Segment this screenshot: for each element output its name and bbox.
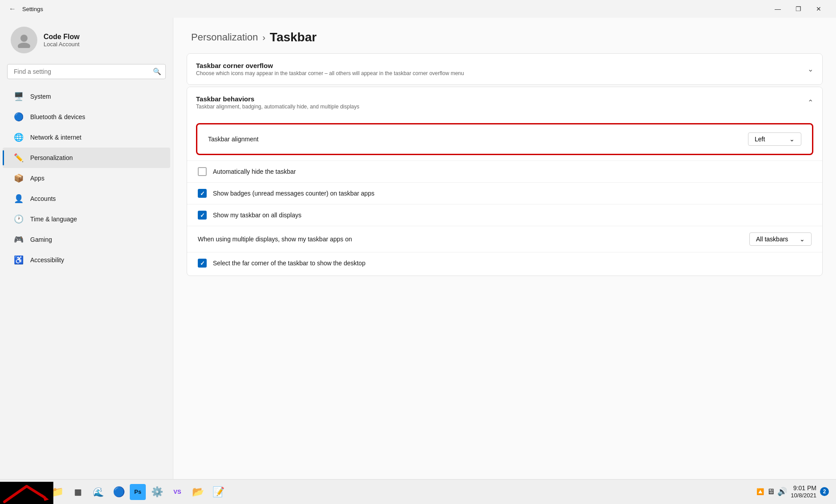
app-body: Code Flow Local Account 🔍 🖥️ System 🔵 Bl… xyxy=(0,18,836,479)
sidebar-label-gaming: Gaming xyxy=(30,236,52,243)
sidebar-label-accessibility: Accessibility xyxy=(30,256,64,264)
volume-icon[interactable]: 🔊 xyxy=(777,487,787,496)
notification-badge[interactable]: 2 xyxy=(820,487,829,496)
title-bar-title: Settings xyxy=(22,6,43,12)
files-button[interactable]: 📂 xyxy=(188,483,207,501)
breadcrumb: Personalization › Taskbar xyxy=(173,18,836,53)
taskbar-clock[interactable]: 9:01 PM 10/8/2021 xyxy=(791,484,816,500)
sidebar-item-network[interactable]: 🌐 Network & internet xyxy=(3,127,170,148)
maximize-button[interactable]: ❐ xyxy=(788,2,808,16)
sidebar-label-network: Network & internet xyxy=(30,134,81,141)
alignment-label: Taskbar alignment xyxy=(208,136,259,143)
bluetooth-icon: 🔵 xyxy=(13,112,24,122)
sidebar-label-apps: Apps xyxy=(30,175,44,182)
time-icon: 🕐 xyxy=(13,214,24,224)
back-button[interactable]: ← xyxy=(7,4,18,14)
sidebar-item-gaming[interactable]: 🎮 Gaming xyxy=(3,229,170,250)
user-subtitle: Local Account xyxy=(44,41,80,48)
display-icon[interactable]: 🖥 xyxy=(767,487,775,496)
search-box: 🔍 xyxy=(7,64,166,79)
widgets-button[interactable]: ▦ xyxy=(68,483,87,501)
title-bar-controls: — ❐ ✕ xyxy=(768,2,829,16)
sidebar-item-bluetooth[interactable]: 🔵 Bluetooth & devices xyxy=(3,107,170,127)
auto-hide-checkbox[interactable] xyxy=(198,167,207,176)
notepad-button[interactable]: 📝 xyxy=(209,483,228,501)
breadcrumb-parent: Personalization xyxy=(191,32,258,43)
user-info: Code Flow Local Account xyxy=(44,33,80,48)
section-subtitle-behaviors: Taskbar alignment, badging, automaticall… xyxy=(196,104,360,110)
settings-taskbar-button[interactable]: ⚙️ xyxy=(148,483,166,501)
sidebar-item-accessibility[interactable]: ♿ Accessibility xyxy=(3,250,170,270)
section-header-behaviors[interactable]: Taskbar behaviors Taskbar alignment, bad… xyxy=(187,87,822,118)
main-content: Personalization › Taskbar Taskbar corner… xyxy=(173,18,836,479)
user-section: Code Flow Local Account xyxy=(0,18,173,64)
svg-point-0 xyxy=(20,35,28,42)
multi-display-dropdown[interactable]: All taskbars ⌄ xyxy=(749,232,812,246)
all-displays-checkbox[interactable] xyxy=(198,211,207,220)
photoshop-button[interactable]: Ps xyxy=(130,484,146,500)
section-title-behaviors: Taskbar behaviors xyxy=(196,95,360,103)
apps-icon: 📦 xyxy=(13,173,24,184)
section-title-group-overflow: Taskbar corner overflow Choose which ico… xyxy=(196,62,464,76)
accessibility-icon: ♿ xyxy=(13,255,24,265)
chrome-button[interactable]: 🔵 xyxy=(109,483,128,501)
alignment-value: Left xyxy=(755,136,765,143)
taskbar: ⊞ 🔍 📁 ▦ 🌊 🔵 Ps ⚙️ VS 📂 📝 🔼 🖥 🔊 9:01 PM 1… xyxy=(0,479,836,504)
network-icon: 🌐 xyxy=(13,132,24,143)
section-content-behaviors: Taskbar alignment Left ⌄ Automatically h… xyxy=(187,123,822,276)
search-input[interactable] xyxy=(7,64,166,79)
search-icon: 🔍 xyxy=(153,68,161,76)
badges-row: Show badges (unread messages counter) on… xyxy=(187,182,822,204)
sidebar: Code Flow Local Account 🔍 🖥️ System 🔵 Bl… xyxy=(0,18,173,479)
taskbar-right: 🔼 🖥 🔊 9:01 PM 10/8/2021 2 xyxy=(756,484,829,500)
chevron-up-sys-icon[interactable]: 🔼 xyxy=(756,488,764,495)
sidebar-label-system: System xyxy=(30,93,51,100)
close-button[interactable]: ✕ xyxy=(808,2,829,16)
chevron-up-icon-behaviors: ⌃ xyxy=(808,98,813,107)
breadcrumb-separator: › xyxy=(262,32,265,43)
taskbar-sys-icons: 🔼 🖥 🔊 xyxy=(756,487,787,496)
section-title-overflow: Taskbar corner overflow xyxy=(196,62,464,69)
sidebar-label-accounts: Accounts xyxy=(30,195,56,202)
far-corner-row: Select the far corner of the taskbar to … xyxy=(187,252,822,276)
sidebar-label-time: Time & language xyxy=(30,216,77,223)
taskbar-time-display: 9:01 PM xyxy=(791,484,816,492)
visualstudio-button[interactable]: VS xyxy=(168,483,187,501)
sidebar-item-time[interactable]: 🕐 Time & language xyxy=(3,209,170,229)
alignment-dropdown[interactable]: Left ⌄ xyxy=(748,132,801,146)
taskbar-date-display: 10/8/2021 xyxy=(791,492,816,500)
all-displays-label: Show my taskbar on all displays xyxy=(213,212,301,219)
gaming-icon: 🎮 xyxy=(13,234,24,245)
sidebar-label-personalization: Personalization xyxy=(30,154,73,161)
title-bar: ← Settings — ❐ ✕ xyxy=(0,0,836,18)
auto-hide-row: Automatically hide the taskbar xyxy=(187,160,822,182)
section-subtitle-overflow: Choose which icons may appear in the tas… xyxy=(196,70,464,76)
far-corner-checkbox[interactable] xyxy=(198,259,207,268)
personalization-icon: ✏️ xyxy=(13,152,24,163)
far-corner-label: Select the far corner of the taskbar to … xyxy=(213,260,365,267)
title-bar-left: ← Settings xyxy=(7,4,43,14)
breadcrumb-current: Taskbar xyxy=(270,30,316,44)
annotation-area xyxy=(0,482,53,504)
section-taskbar-behaviors: Taskbar behaviors Taskbar alignment, bad… xyxy=(187,87,823,276)
taskbar-alignment-row: Taskbar alignment Left ⌄ xyxy=(196,123,813,155)
minimize-button[interactable]: — xyxy=(768,2,788,16)
sidebar-item-system[interactable]: 🖥️ System xyxy=(3,86,170,107)
sidebar-item-accounts[interactable]: 👤 Accounts xyxy=(3,188,170,209)
user-name: Code Flow xyxy=(44,33,80,41)
section-corner-overflow: Taskbar corner overflow Choose which ico… xyxy=(187,53,823,85)
sidebar-item-apps[interactable]: 📦 Apps xyxy=(3,168,170,188)
multi-display-label: When using multiple displays, show my ta… xyxy=(198,236,352,243)
badges-checkbox[interactable] xyxy=(198,189,207,198)
sidebar-item-personalization[interactable]: ✏️ Personalization xyxy=(3,148,170,168)
alignment-chevron-icon: ⌄ xyxy=(789,136,795,143)
multi-display-chevron-icon: ⌄ xyxy=(800,236,805,243)
multi-display-value: All taskbars xyxy=(756,236,788,243)
svg-point-1 xyxy=(18,43,30,48)
section-header-corner-overflow[interactable]: Taskbar corner overflow Choose which ico… xyxy=(187,54,822,84)
system-icon: 🖥️ xyxy=(13,91,24,102)
all-displays-row: Show my taskbar on all displays xyxy=(187,204,822,226)
accounts-icon: 👤 xyxy=(13,193,24,204)
edge-button[interactable]: 🌊 xyxy=(89,483,108,501)
chevron-down-icon-overflow: ⌄ xyxy=(808,65,813,73)
